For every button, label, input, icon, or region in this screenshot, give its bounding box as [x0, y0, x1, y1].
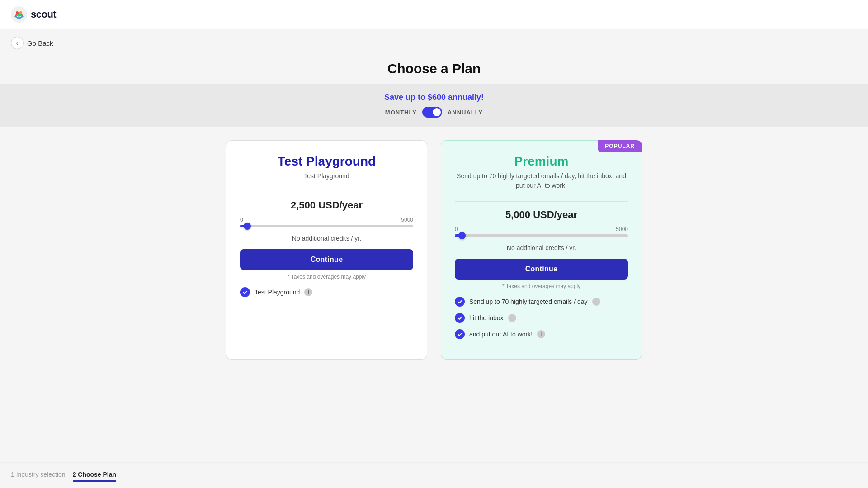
back-button[interactable]: ‹	[11, 37, 24, 49]
slider-thumb-1[interactable]	[244, 223, 251, 230]
logo: scout	[11, 6, 56, 23]
premium-subtitle: Send up to 70 highly targeted emails / d…	[455, 171, 628, 190]
toggle-knob	[433, 108, 441, 116]
premium-feature-info-1[interactable]: i	[592, 298, 600, 306]
step-2-label: 2 Choose Plan	[73, 471, 116, 478]
page-title: Choose a Plan	[0, 61, 868, 76]
billing-toggle[interactable]	[422, 107, 442, 118]
check-icon-premium-1	[455, 297, 465, 307]
premium-feature-item-3: and put our AI to work! i	[455, 329, 628, 339]
test-playground-plan-name: Test Playground	[240, 154, 413, 169]
monthly-label: MONTHLY	[385, 109, 417, 116]
test-playground-subtitle: Test Playground	[240, 171, 413, 181]
slider-track-2	[455, 234, 628, 237]
feature-info-icon[interactable]: i	[304, 288, 312, 296]
test-playground-continue-button[interactable]: Continue	[240, 249, 413, 270]
test-playground-card: Test Playground Test Playground 2,500 US…	[226, 140, 427, 360]
slider-labels-1: 0 5000	[240, 217, 413, 223]
step-1-industry[interactable]: 1 Industry selection	[11, 469, 73, 482]
premium-feature-text-1: Send up to 70 highly targeted emails / d…	[469, 298, 588, 305]
test-playground-features: Test Playground i	[240, 287, 413, 297]
test-playground-credits: No additional credits / yr.	[240, 235, 413, 242]
check-icon-premium-3	[455, 329, 465, 339]
svg-point-3	[19, 11, 22, 14]
feature-text: Test Playground	[255, 289, 300, 296]
slider-track-1	[240, 225, 413, 227]
premium-feature-item-1: Send up to 70 highly targeted emails / d…	[455, 297, 628, 307]
step-progress: 1 Industry selection 2 Choose Plan	[0, 462, 868, 488]
premium-feature-item-2: hit the inbox i	[455, 313, 628, 323]
step-underline	[73, 480, 116, 482]
check-icon-premium-2	[455, 313, 465, 323]
premium-credits: No additional credits / yr.	[455, 244, 628, 251]
svg-point-2	[16, 11, 19, 14]
header: scout	[0, 0, 868, 29]
check-icon	[240, 287, 250, 297]
premium-feature-info-3[interactable]: i	[537, 330, 545, 338]
billing-toggle-row: MONTHLY ANNUALLY	[9, 107, 859, 118]
step-2-choose-plan[interactable]: 2 Choose Plan	[73, 469, 123, 482]
premium-tax-note: * Taxes and overages may apply	[455, 283, 628, 289]
premium-feature-text-3: and put our AI to work!	[469, 331, 533, 338]
premium-plan-name: Premium	[455, 154, 628, 169]
savings-text: Save up to $600 annually!	[9, 93, 859, 102]
savings-bar: Save up to $600 annually! MONTHLY ANNUAL…	[0, 84, 868, 127]
test-playground-tax-note: * Taxes and overages may apply	[240, 274, 413, 280]
popular-badge: POPULAR	[598, 140, 642, 152]
slider-labels-2: 0 5000	[455, 226, 628, 232]
premium-feature-info-2[interactable]: i	[508, 314, 516, 322]
slider-min-2: 0	[455, 226, 458, 232]
plans-container: Test Playground Test Playground 2,500 US…	[208, 127, 660, 373]
logo-icon	[11, 6, 27, 23]
go-back-area[interactable]: ‹ Go Back	[0, 29, 868, 57]
slider-min-1: 0	[240, 217, 243, 223]
slider-max-2: 5000	[616, 226, 628, 232]
plan-divider-1	[240, 192, 413, 192]
premium-continue-button[interactable]: Continue	[455, 259, 628, 280]
premium-price: 5,000 USD/year	[455, 209, 628, 221]
slider-max-1: 5000	[401, 217, 413, 223]
annually-label: ANNUALLY	[448, 109, 483, 116]
premium-feature-text-2: hit the inbox	[469, 314, 504, 322]
feature-item: Test Playground i	[240, 287, 413, 297]
plan-divider-2	[455, 201, 628, 202]
go-back-label: Go Back	[27, 39, 53, 47]
step-1-label: 1 Industry selection	[11, 471, 66, 478]
slider-thumb-2[interactable]	[458, 232, 466, 239]
logo-text: scout	[31, 9, 56, 20]
test-playground-price: 2,500 USD/year	[240, 199, 413, 211]
premium-features: Send up to 70 highly targeted emails / d…	[455, 297, 628, 339]
premium-card: POPULAR Premium Send up to 70 highly tar…	[441, 140, 642, 360]
